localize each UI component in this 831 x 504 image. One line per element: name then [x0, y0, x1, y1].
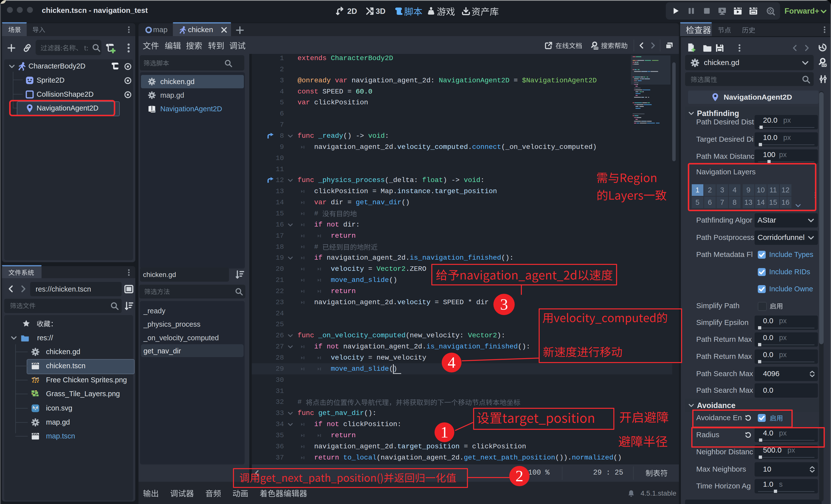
svg-text:DOC: DOC [593, 47, 599, 50]
svg-text:DOC: DOC [821, 64, 827, 67]
svg-text:DOC: DOC [151, 110, 155, 113]
